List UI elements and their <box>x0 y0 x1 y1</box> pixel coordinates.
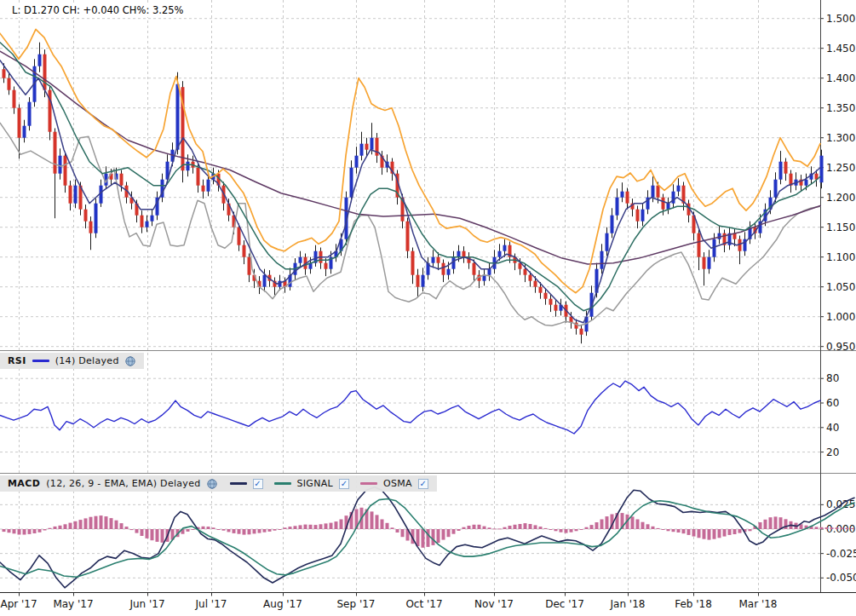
macd-panel-header: MACD (12, 26, 9 - EMA, EMA) Delayed ✓ SI… <box>0 475 437 492</box>
candle-down <box>202 186 205 192</box>
osma-bar <box>636 520 640 530</box>
osma-bar <box>830 527 834 529</box>
candle-up <box>805 180 808 186</box>
macd-line-checkbox[interactable]: ✓ <box>253 479 263 489</box>
candle-up <box>371 138 374 150</box>
osma-bar <box>273 529 277 531</box>
osma-bar <box>207 527 210 529</box>
osma-bar <box>217 529 221 530</box>
candle-up <box>207 180 210 192</box>
x-axis-label: Jul '17 <box>195 598 227 610</box>
osma-bar <box>488 527 491 529</box>
candle-down <box>524 269 527 275</box>
osma-bar <box>437 529 440 543</box>
osma-bar <box>258 529 261 533</box>
candle-down <box>69 186 72 204</box>
osma-bar <box>233 529 236 533</box>
osma-bar <box>600 520 604 530</box>
y-axis-label: 1.350 <box>826 102 855 114</box>
globe-icon[interactable] <box>207 479 217 489</box>
osma-bar <box>738 529 742 533</box>
osma-bar <box>815 527 819 529</box>
osma-bar <box>759 522 762 529</box>
candle-down <box>243 245 246 257</box>
candle-down <box>554 305 558 311</box>
candle-down <box>580 329 583 335</box>
osma-bar <box>417 529 420 546</box>
osma-bar <box>606 516 609 529</box>
candle-down <box>141 216 144 227</box>
osma-bar <box>376 515 379 529</box>
signal-checkbox[interactable]: ✓ <box>339 479 349 489</box>
candle-down <box>703 257 706 269</box>
candle-down <box>84 210 88 222</box>
osma-bar <box>508 526 512 529</box>
signal-label: SIGNAL <box>297 478 333 489</box>
candle-up <box>457 251 461 257</box>
osma-bar <box>284 527 287 529</box>
macd-title: MACD <box>8 478 40 489</box>
globe-icon[interactable] <box>125 356 135 366</box>
osma-bar <box>779 517 783 529</box>
osma-bar <box>335 521 338 529</box>
candle-up <box>95 204 98 233</box>
osma-bar <box>595 522 599 529</box>
osma-bar <box>253 529 256 533</box>
candle-up <box>621 192 624 198</box>
trading-chart-app: Apr '17May '17Jun '17Jul '17Aug '17Sep '… <box>0 0 856 616</box>
osma-bar <box>289 527 292 529</box>
y-axis-label: 40 <box>826 422 839 434</box>
osma-bar <box>33 529 37 533</box>
osma-bar <box>89 517 93 529</box>
osma-checkbox[interactable]: ✓ <box>418 479 428 489</box>
candle-down <box>8 78 11 90</box>
osma-bar <box>560 529 563 533</box>
x-axis-label: Jun '17 <box>129 598 164 610</box>
candle-down <box>64 156 67 186</box>
chart-canvas[interactable]: Apr '17May '17Jun '17Jul '17Aug '17Sep '… <box>0 0 856 616</box>
osma-bar <box>381 520 384 530</box>
osma-bar <box>28 529 32 534</box>
osma-bar <box>713 529 716 539</box>
osma-bar <box>575 529 578 531</box>
osma-bar <box>23 529 26 535</box>
osma-label: OSMA <box>383 478 412 489</box>
osma-bar <box>432 529 435 545</box>
osma-bar <box>38 529 42 533</box>
osma-bar <box>554 529 558 531</box>
osma-bar <box>340 520 343 530</box>
candle-up <box>432 257 435 263</box>
macd-legend-line-icon <box>230 482 247 485</box>
osma-bar <box>498 528 502 529</box>
y-axis-label: -0.025 <box>826 548 856 560</box>
candle-up <box>146 222 149 227</box>
candle-up <box>151 216 154 222</box>
candle-up <box>641 210 645 222</box>
candle-up <box>28 102 32 126</box>
osma-bar <box>69 523 72 529</box>
candle-up <box>360 144 364 156</box>
x-axis-label: Jan '18 <box>610 598 646 610</box>
osma-bar <box>478 525 481 529</box>
osma-bar <box>519 524 522 529</box>
osma-bar <box>130 529 134 530</box>
osma-bar <box>222 529 226 531</box>
osma-bar <box>212 527 215 529</box>
osma-bar <box>422 529 425 548</box>
osma-bar <box>187 529 190 532</box>
osma-bar <box>764 520 767 529</box>
y-axis-label: 1.400 <box>826 72 855 84</box>
candle-up <box>606 233 609 251</box>
osma-bar <box>646 524 650 529</box>
osma-bar <box>493 528 497 529</box>
rsi-title: RSI <box>8 355 26 366</box>
osma-bar <box>703 529 706 539</box>
candle-down <box>544 293 548 299</box>
osma-bar <box>161 529 164 543</box>
osma-bar <box>64 524 67 529</box>
x-axis-label: Nov '17 <box>474 598 514 610</box>
signal-legend-line-icon <box>274 482 291 485</box>
osma-bar <box>299 525 302 529</box>
candle-down <box>442 263 445 275</box>
candle-up <box>503 245 507 251</box>
